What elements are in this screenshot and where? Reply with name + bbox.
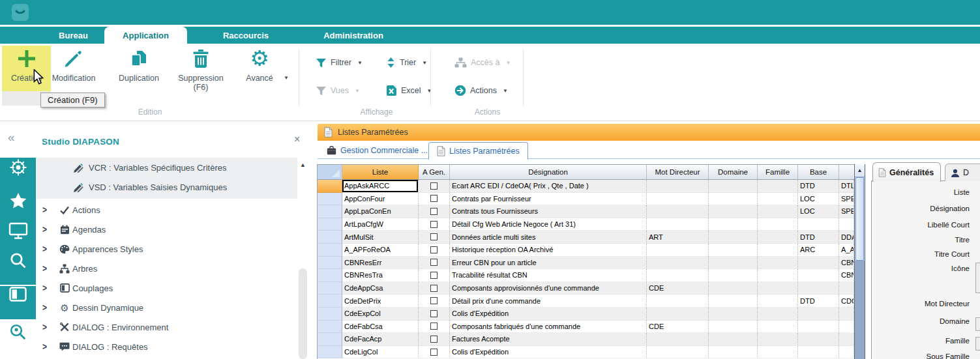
cell-domaine[interactable] [709,218,758,231]
cell-famille[interactable] [758,308,798,321]
collapse-sidebar-icon[interactable]: « [8,130,15,145]
row-header[interactable] [318,346,342,359]
domaine-field[interactable] [975,317,980,331]
chevron-right-icon[interactable]: > [36,322,57,332]
tab-administration[interactable]: Administration [305,27,402,44]
scrollbar-track[interactable] [855,261,865,359]
cell-liste[interactable]: CBNResErr [342,257,419,270]
cell-mot-directeur[interactable]: CDE [647,282,709,295]
cell-extra[interactable]: CBNR [839,257,854,270]
cell-mot-directeur[interactable] [647,294,709,308]
cell-designation[interactable]: Composants fabriqués d'une commande [450,321,647,334]
cell-mot-directeur[interactable] [647,218,709,231]
checkbox[interactable] [430,221,438,228]
cell-mot-directeur[interactable] [647,308,709,321]
row-header[interactable] [318,282,342,295]
doc-tab-listes-parametrees[interactable]: Listes Paramétrées [428,142,528,160]
chevron-right-icon[interactable]: > [36,263,57,274]
cell-a-gen[interactable] [419,257,450,270]
cell-liste[interactable]: CdeLigCol [342,346,419,359]
cell-mot-directeur[interactable] [647,193,709,206]
row-header[interactable] [318,294,342,308]
checkbox[interactable] [430,349,438,356]
filtrer-button[interactable]: Filtrer ▼ [316,55,363,70]
tree-item[interactable]: >Actions [36,200,310,220]
cell-extra[interactable] [839,282,854,295]
cell-domaine[interactable] [709,180,758,193]
cell-a-gen[interactable] [419,218,450,231]
chevron-right-icon[interactable]: > [36,341,57,352]
cell-a-gen[interactable] [419,294,450,308]
cell-liste[interactable]: AppConFour [342,193,419,206]
cell-liste[interactable]: ArtLpaCfgW [342,218,419,231]
chevron-right-icon[interactable]: > [36,283,57,293]
trier-dropdown-icon[interactable]: ▼ [422,60,427,66]
checkbox[interactable] [430,182,438,190]
pin-search-icon[interactable] [0,323,36,341]
cell-domaine[interactable] [709,269,758,282]
checkbox[interactable] [430,272,438,279]
checkbox[interactable] [430,233,438,240]
cell-designation[interactable]: Historique réception OA Archivé [450,244,647,257]
cell-a-gen[interactable] [419,333,450,346]
cell-designation[interactable]: Contrats tous Fournisseurs [450,205,647,218]
cell-mot-directeur[interactable] [647,346,709,359]
cell-extra[interactable]: SPEA [839,205,854,218]
search-icon[interactable] [0,251,36,269]
cell-liste[interactable]: CdeFacAcp [342,333,419,346]
tab-bureau[interactable]: Bureau [39,27,108,44]
cell-base[interactable] [798,346,839,359]
cell-base[interactable] [798,321,839,334]
tree-item[interactable]: >Couplages [36,278,310,298]
cell-liste[interactable]: CdeExpCol [342,308,419,321]
cell-base[interactable] [798,282,839,295]
cell-a-gen[interactable] [419,205,450,218]
actions-dropdown-icon[interactable]: ▼ [503,88,508,94]
cell-famille[interactable] [758,231,798,244]
trier-button[interactable]: Trier ▼ [386,55,427,70]
cell-base[interactable]: LOC [798,193,839,206]
excel-dropdown-icon[interactable]: ▼ [427,88,432,94]
icone-field[interactable] [975,263,980,293]
excel-button[interactable]: Excel ▼ [386,83,432,98]
doc-tab-gestion-commerciale[interactable]: Gestion Commerciale ... [319,142,436,159]
row-header[interactable] [318,321,342,334]
checkbox[interactable] [430,246,438,253]
grid-vertical-scrollbar[interactable]: ▲ [854,164,865,359]
cell-famille[interactable] [758,346,798,359]
cell-mot-directeur[interactable] [647,269,709,282]
cell-famille[interactable] [758,294,798,308]
cell-domaine[interactable] [709,333,758,346]
cell-famille[interactable] [758,333,798,346]
cell-designation[interactable]: Erreur CBN pour un article [450,257,647,270]
cell-domaine[interactable] [709,282,758,295]
tree-item-selected[interactable]: VCR : Variables Spécifiques Critères [36,158,297,177]
suppression-button[interactable]: Suppression (F6) [170,46,232,91]
cell-famille[interactable] [758,180,798,193]
split-view-icon[interactable] [0,287,36,302]
cell-base[interactable]: DTD [798,294,839,308]
cell-mot-directeur[interactable] [647,205,709,218]
cell-a-gen[interactable] [419,269,450,282]
column-header-designation[interactable]: Désignation [450,164,647,180]
cell-liste[interactable]: ArtMulSit [342,231,419,244]
cell-famille[interactable] [758,193,798,206]
row-header[interactable] [318,269,342,282]
cell-base[interactable] [798,218,839,231]
scroll-up-icon[interactable]: ▲ [855,164,865,177]
cell-designation[interactable]: Colis d'Expédition [450,346,647,359]
tree-item[interactable]: >DIALOG : Requêtes [36,337,310,356]
tree-item[interactable]: >DIALOG : Environnement [36,317,310,337]
cell-designation[interactable]: Détail Cfg Web Article Negoce ( Art 31) [450,218,647,231]
cell-a-gen[interactable] [419,282,450,295]
cell-domaine[interactable] [709,231,758,244]
cell-designation[interactable]: Ecart ARC EDI / CdeOA( Prix , Qte , Date… [450,180,647,193]
cell-a-gen[interactable] [419,308,450,321]
tree-scrollbar-thumb[interactable] [299,268,307,359]
cell-extra[interactable]: CBNR [839,269,854,282]
checkbox[interactable] [430,208,438,215]
cell-designation[interactable]: Colis d'Expédition [450,308,647,321]
row-header[interactable] [318,257,342,270]
close-sidebar-icon[interactable]: × [294,134,300,145]
cell-base[interactable] [798,269,839,282]
